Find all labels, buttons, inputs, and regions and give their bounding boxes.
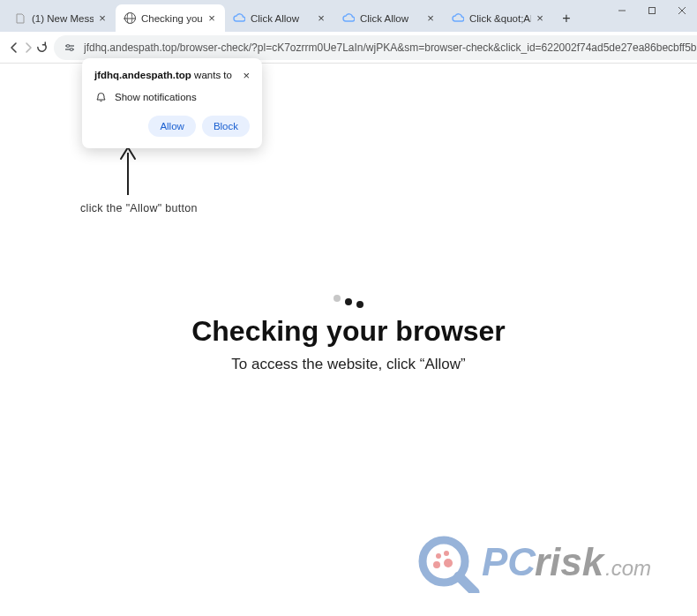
tab-close-icon[interactable]: × (206, 12, 218, 25)
forward-button[interactable] (21, 35, 35, 60)
cloud-icon (342, 12, 355, 25)
allow-button[interactable]: Allow (148, 116, 195, 137)
tab-title: Click &quot;Allow& (469, 13, 531, 24)
page-subheading: To access the website, click “Allow” (231, 356, 465, 373)
cloud-icon (233, 12, 245, 25)
close-icon[interactable]: × (243, 70, 250, 81)
hint-text: click the "Allow" button (80, 202, 198, 214)
tab-1[interactable]: (1) New Message! × (6, 4, 116, 32)
tab-close-icon[interactable]: × (96, 12, 109, 25)
svg-point-16 (433, 561, 440, 568)
cloud-icon (452, 12, 464, 25)
window-titlebar: (1) New Message! × Checking your brows ×… (0, 0, 697, 32)
svg-text:PC: PC (482, 540, 536, 583)
address-bar[interactable]: jfdhq.andespath.top/browser-check/?pl=cK… (54, 35, 697, 60)
tab-5[interactable]: Click &quot;Allow& × (444, 4, 553, 32)
svg-text:.com: .com (605, 556, 651, 580)
close-window-button[interactable] (667, 0, 697, 21)
tab-2-active[interactable]: Checking your brows × (116, 4, 225, 32)
url-text: jfdhq.andespath.top/browser-check/?pl=cK… (84, 41, 697, 54)
tab-close-icon[interactable]: × (424, 12, 437, 25)
svg-line-13 (459, 576, 475, 592)
tab-title: Click Allow (360, 13, 422, 24)
tab-close-icon[interactable]: × (534, 12, 546, 25)
tab-favicon-icon (14, 12, 26, 25)
permission-origin: jfdhq.andespath.top wants to (94, 70, 232, 80)
tab-title: Click Allow (251, 13, 312, 24)
new-tab-button[interactable]: + (555, 7, 578, 30)
watermark: PC risk .com (413, 530, 678, 597)
tab-title: Checking your brows (141, 13, 203, 24)
svg-point-15 (444, 551, 449, 556)
loading-spinner-icon (334, 297, 363, 304)
bell-icon (94, 91, 107, 103)
arrow-hint-icon (115, 146, 141, 197)
svg-rect-1 (649, 8, 656, 14)
notification-permission-dialog: jfdhq.andespath.top wants to × Show noti… (82, 58, 262, 148)
tab-3[interactable]: Click Allow × (225, 4, 334, 32)
back-button[interactable] (7, 35, 21, 60)
tab-strip: (1) New Message! × Checking your brows ×… (6, 4, 697, 32)
permission-option-label: Show notifications (115, 92, 197, 102)
minimize-button[interactable] (607, 0, 637, 21)
svg-point-6 (67, 44, 70, 47)
maximize-button[interactable] (637, 0, 667, 21)
reload-button[interactable] (35, 35, 49, 60)
tab-close-icon[interactable]: × (315, 12, 327, 25)
tab-title: (1) New Message! (32, 13, 94, 24)
svg-text:risk: risk (535, 540, 606, 583)
window-controls (607, 0, 697, 21)
svg-point-14 (436, 553, 441, 559)
svg-point-7 (71, 48, 73, 50)
globe-icon (124, 12, 136, 25)
page-heading: Checking your browser (191, 315, 506, 348)
svg-point-17 (444, 559, 453, 567)
tab-4[interactable]: Click Allow × (334, 4, 444, 32)
site-info-icon[interactable] (63, 41, 77, 55)
permission-option-row: Show notifications (94, 91, 250, 103)
block-button[interactable]: Block (202, 116, 250, 137)
